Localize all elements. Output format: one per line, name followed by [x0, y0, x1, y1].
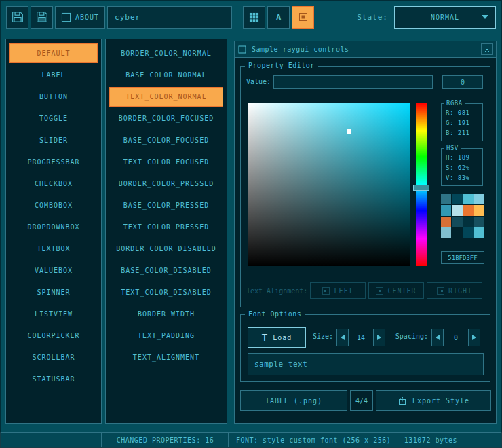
controls-list-item[interactable]: SPINNER	[9, 282, 98, 302]
color-swatch[interactable]	[463, 194, 474, 204]
properties-list-item[interactable]: BORDER_COLOR_NORMAL	[109, 43, 223, 63]
controls-table-button[interactable]	[243, 6, 265, 29]
spacing-decrease-button[interactable]	[431, 329, 444, 346]
color-swatch[interactable]	[452, 205, 462, 215]
controls-list-item[interactable]: DROPDOWNBOX	[9, 217, 98, 237]
style-name-input[interactable]	[107, 6, 232, 29]
color-swatch[interactable]	[463, 217, 474, 227]
properties-list-item[interactable]: TEXT_COLOR_NORMAL	[109, 87, 223, 107]
properties-list-item[interactable]: BORDER_COLOR_FOCUSED	[109, 109, 223, 128]
properties-list-item[interactable]: TEXT_COLOR_FOCUSED	[109, 152, 223, 172]
controls-list-item[interactable]: TEXTBOX	[9, 239, 98, 259]
size-label: Size:	[307, 333, 333, 340]
properties-list-item[interactable]: BASE_COLOR_DISABLED	[109, 261, 223, 280]
controls-list-item[interactable]: CHECKBOX	[9, 174, 98, 193]
text-alignment-row: Text Alignment: LEFT CENTER	[241, 282, 490, 299]
controls-list-item[interactable]: DEFAULT	[9, 43, 98, 63]
alignment-icon	[437, 287, 444, 295]
arrow-left-icon	[341, 335, 345, 340]
window-titlebar[interactable]: Sample raygui controls	[235, 41, 496, 58]
color-picker-cursor[interactable]	[347, 129, 351, 134]
chevron-down-icon	[482, 15, 488, 19]
controls-list-item[interactable]: PROGRESSBAR	[9, 152, 98, 172]
controls-list-item[interactable]: SLIDER	[9, 130, 98, 150]
controls-list-item[interactable]: STATUSBAR	[9, 369, 98, 389]
export-style-button[interactable]: Export Style	[376, 390, 491, 411]
alignment-icon	[322, 287, 330, 295]
color-swatch[interactable]	[441, 194, 451, 204]
hex-value-box[interactable]: 51BFD3FF	[441, 251, 484, 264]
color-swatch[interactable]	[441, 205, 451, 215]
properties-list-item[interactable]: BASE_COLOR_FOCUSED	[109, 130, 223, 150]
load-style-button[interactable]	[6, 6, 28, 29]
window-icon	[238, 45, 246, 54]
color-swatch[interactable]	[474, 205, 484, 215]
font-atlas-button[interactable]: A	[267, 6, 290, 29]
controls-list-item[interactable]: VALUEBOX	[9, 261, 98, 280]
hsv-value: V: 83%	[442, 173, 482, 183]
alignment-button[interactable]: RIGHT	[427, 282, 482, 299]
color-swatch[interactable]	[452, 227, 462, 238]
properties-list-item[interactable]: BORDER_WIDTH	[109, 304, 223, 324]
properties-list: BORDER_COLOR_NORMAL BASE_COLOR_NORMAL TE…	[105, 39, 227, 424]
hsv-label: HSV	[444, 145, 461, 151]
size-increase-button[interactable]	[373, 329, 385, 346]
rgba-value: B: 211	[442, 128, 482, 138]
arrow-right-icon	[472, 335, 476, 340]
color-swatch[interactable]	[474, 227, 484, 238]
property-editor-label: Property Editor	[245, 62, 318, 69]
rgba-values: R: 081G: 191B: 211	[442, 104, 482, 138]
arrow-right-icon	[377, 335, 381, 340]
properties-list-item[interactable]: TEXT_COLOR_DISABLED	[109, 282, 223, 302]
color-swatch[interactable]	[441, 227, 451, 238]
color-swatch[interactable]	[441, 217, 451, 227]
rgba-group: RGBA R: 081G: 191B: 211	[441, 103, 483, 141]
properties-list-item[interactable]: BASE_COLOR_NORMAL	[109, 65, 223, 85]
color-picker-panel[interactable]	[248, 103, 410, 266]
alignment-button[interactable]: LEFT	[310, 282, 366, 299]
font-options-group: Font Options T Load Size: 14 Spacing: 0	[240, 314, 490, 382]
color-swatch[interactable]	[452, 217, 462, 227]
hue-slider-handle[interactable]	[413, 185, 429, 191]
floppy-open-icon	[12, 11, 24, 23]
size-decrease-button[interactable]	[336, 329, 349, 346]
table-png-button[interactable]: TABLE (.png)	[240, 390, 347, 411]
properties-list-item[interactable]: BORDER_COLOR_PRESSED	[109, 174, 223, 193]
spacing-increase-button[interactable]	[468, 329, 480, 346]
spacing-value[interactable]: 0	[444, 329, 468, 346]
properties-list-item[interactable]: BASE_COLOR_PRESSED	[109, 195, 223, 215]
value-input[interactable]	[273, 75, 433, 89]
properties-list-item[interactable]: TEXT_ALIGNMENT	[109, 348, 223, 367]
alignment-button[interactable]: CENTER	[368, 282, 424, 299]
arrow-left-icon	[436, 335, 440, 340]
state-dropdown-value: NORMAL	[431, 14, 459, 21]
controls-list-item[interactable]: TOGGLE	[9, 109, 98, 128]
style-image-mode-button[interactable]	[292, 6, 314, 29]
about-button[interactable]: ABOUT	[55, 6, 105, 29]
rgba-value: G: 191	[442, 118, 482, 128]
sample-text-input[interactable]	[248, 353, 484, 375]
controls-list-item[interactable]: COLORPICKER	[9, 326, 98, 346]
color-swatch[interactable]	[474, 217, 484, 227]
controls-list-item[interactable]: LABEL	[9, 65, 98, 85]
close-button[interactable]	[481, 43, 493, 55]
color-swatch[interactable]	[463, 227, 474, 238]
controls-list-item[interactable]: BUTTON	[9, 87, 98, 107]
properties-list-item[interactable]: TEXT_COLOR_PRESSED	[109, 217, 223, 237]
controls-list-item[interactable]: SCROLLBAR	[9, 348, 98, 367]
font-a-icon: A	[276, 12, 282, 22]
hue-slider[interactable]	[416, 103, 427, 266]
properties-list-item[interactable]: TEXT_PADDING	[109, 326, 223, 346]
controls-list-item[interactable]: LISTVIEW	[9, 304, 98, 324]
save-style-button[interactable]	[31, 6, 53, 29]
color-swatch[interactable]	[463, 205, 474, 215]
properties-list-item[interactable]: BORDER_COLOR_DISABLED	[109, 239, 223, 259]
controls-list-item[interactable]: COMBOBOX	[9, 195, 98, 215]
color-swatch[interactable]	[474, 194, 484, 204]
color-swatch[interactable]	[452, 194, 462, 204]
font-load-button[interactable]: T Load	[248, 327, 306, 348]
state-dropdown[interactable]: NORMAL	[394, 6, 496, 29]
page-counter[interactable]: 4/4	[350, 390, 373, 411]
value-count-box[interactable]: 0	[442, 75, 483, 89]
size-value[interactable]: 14	[349, 329, 373, 346]
